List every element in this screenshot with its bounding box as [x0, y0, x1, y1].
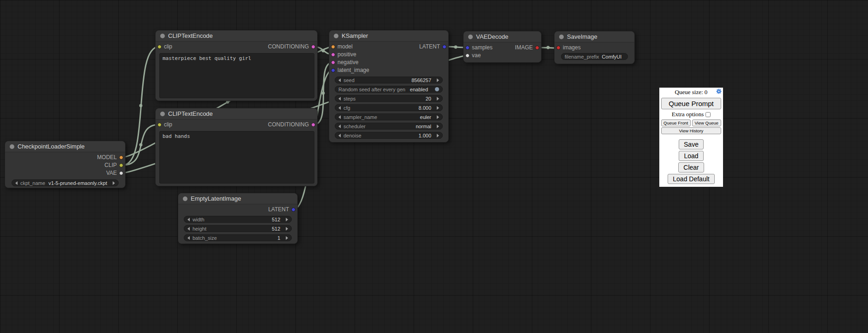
increment-arrow-icon[interactable] [113, 181, 115, 185]
node-clip-text-encode-negative[interactable]: CLIPTextEncode clip CONDITIONING bad han… [155, 108, 318, 186]
widget-label: scheduler [344, 124, 366, 129]
collapse-dot-icon[interactable] [10, 144, 14, 149]
height-widget[interactable]: height 512 [184, 225, 292, 232]
decrement-arrow-icon[interactable] [338, 134, 341, 137]
link-midpoint-dot [454, 46, 458, 49]
images-input-dot[interactable] [556, 46, 561, 50]
clip-output-dot[interactable] [119, 163, 123, 167]
slot-row: samples IMAGE [464, 44, 541, 52]
widget-label: width [193, 217, 205, 222]
decrement-arrow-icon[interactable] [187, 236, 190, 240]
queue-prompt-button[interactable]: Queue Prompt [661, 98, 721, 109]
node-title-bar[interactable]: VAEDecode [464, 31, 541, 42]
positive-prompt-textarea[interactable]: masterpiece best quality girl [159, 53, 314, 98]
view-queue-button[interactable]: View Queue [692, 119, 722, 126]
collapse-dot-icon[interactable] [160, 112, 165, 116]
negative-input-dot[interactable] [331, 60, 335, 65]
clear-button[interactable]: Clear [678, 162, 704, 172]
latent-image-input-dot[interactable] [331, 68, 335, 72]
collapse-dot-icon[interactable] [559, 35, 564, 39]
node-clip-text-encode-positive[interactable]: CLIPTextEncode clip CONDITIONING masterp… [155, 30, 318, 101]
view-history-button[interactable]: View History [661, 127, 721, 134]
increment-arrow-icon[interactable] [437, 115, 439, 119]
increment-arrow-icon[interactable] [437, 134, 439, 137]
node-title-bar[interactable]: CLIPTextEncode [156, 30, 317, 42]
save-button[interactable]: Save [679, 139, 704, 149]
settings-gear-icon[interactable] [716, 89, 722, 94]
node-title-bar[interactable]: CLIPTextEncode [156, 108, 317, 119]
collapse-dot-icon[interactable] [183, 196, 187, 201]
widget-value: v1-5-pruned-emaonly.ckpt [48, 180, 110, 186]
model-output-dot[interactable] [119, 155, 123, 160]
slot-row: LATENT [178, 206, 297, 214]
graph-canvas[interactable]: CheckpointLoaderSimple MODEL CLIP VAE ck… [0, 0, 868, 333]
steps-widget[interactable]: steps 20 [335, 95, 443, 102]
widget-label: ckpt_name [20, 180, 45, 186]
increment-arrow-icon[interactable] [437, 78, 439, 82]
widget-value: 1.000 [418, 133, 434, 138]
increment-arrow-icon[interactable] [286, 218, 288, 221]
conditioning-output-label: CONDITIONING [268, 43, 309, 51]
seed-widget[interactable]: seed 8566257 [335, 77, 443, 83]
vae-input-dot[interactable] [465, 54, 470, 58]
node-vae-decode[interactable]: VAEDecode samples IMAGE vae [463, 31, 542, 63]
denoise-widget[interactable]: denoise 1.000 [335, 132, 443, 139]
random-seed-toggle-widget[interactable]: Random seed after every gen enabled [335, 86, 443, 93]
decrement-arrow-icon[interactable] [338, 106, 341, 110]
slot-row: CLIP [5, 161, 125, 169]
clip-input-dot[interactable] [157, 45, 162, 49]
queue-front-button[interactable]: Queue Front [661, 119, 691, 126]
slot-row: MODEL [5, 154, 125, 161]
collapse-dot-icon[interactable] [160, 34, 165, 38]
widget-label: Random seed after every gen [338, 87, 405, 92]
node-title-bar[interactable]: EmptyLatentImage [178, 193, 297, 204]
node-save-image[interactable]: SaveImage images filename_prefix ComfyUI [554, 31, 635, 64]
collapse-dot-icon[interactable] [334, 34, 338, 38]
filename-prefix-widget[interactable]: filename_prefix ComfyUI [561, 53, 628, 60]
decrement-arrow-icon[interactable] [187, 218, 190, 221]
scheduler-widget[interactable]: scheduler normal [335, 123, 443, 130]
queue-buttons-row: Queue Front View Queue [661, 119, 721, 126]
extra-options-checkbox[interactable] [705, 112, 711, 117]
conditioning-output-dot[interactable] [311, 123, 315, 127]
decrement-arrow-icon[interactable] [187, 227, 190, 231]
decrement-arrow-icon[interactable] [338, 78, 341, 82]
widget-label: cfg [344, 105, 350, 111]
decrement-arrow-icon[interactable] [15, 181, 18, 185]
increment-arrow-icon[interactable] [437, 125, 439, 128]
vae-output-dot[interactable] [119, 171, 123, 175]
slot-row: positive [329, 51, 448, 59]
toggle-on-dot-icon[interactable] [435, 87, 439, 91]
width-widget[interactable]: width 512 [184, 216, 292, 223]
increment-arrow-icon[interactable] [437, 106, 439, 110]
samples-input-dot[interactable] [465, 46, 470, 50]
ckpt-name-widget[interactable]: ckpt_name v1-5-pruned-emaonly.ckpt [12, 179, 119, 186]
negative-prompt-textarea[interactable]: bad hands [159, 131, 314, 184]
clip-input-dot[interactable] [157, 123, 162, 127]
increment-arrow-icon[interactable] [286, 236, 288, 240]
node-title-bar[interactable]: CheckpointLoaderSimple [5, 141, 125, 152]
model-input-dot[interactable] [331, 45, 335, 49]
load-default-button[interactable]: Load Default [668, 174, 714, 184]
widget-label: sampler_name [344, 114, 377, 120]
increment-arrow-icon[interactable] [437, 97, 439, 101]
cfg-widget[interactable]: cfg 8.000 [335, 104, 443, 111]
conditioning-output-dot[interactable] [311, 45, 315, 49]
increment-arrow-icon[interactable] [286, 227, 288, 231]
node-ksampler[interactable]: KSampler model LATENT positive negative … [329, 30, 449, 143]
image-output-dot[interactable] [535, 46, 539, 50]
latent-output-dot[interactable] [291, 208, 295, 212]
decrement-arrow-icon[interactable] [338, 125, 341, 128]
node-title-bar[interactable]: KSampler [329, 30, 448, 42]
decrement-arrow-icon[interactable] [338, 115, 341, 119]
positive-input-dot[interactable] [331, 53, 335, 57]
decrement-arrow-icon[interactable] [338, 97, 341, 101]
latent-output-dot[interactable] [442, 45, 446, 49]
node-checkpoint-loader-simple[interactable]: CheckpointLoaderSimple MODEL CLIP VAE ck… [5, 141, 126, 188]
batch-size-widget[interactable]: batch_size 1 [184, 234, 292, 241]
load-button[interactable]: Load [679, 151, 703, 161]
node-empty-latent-image[interactable]: EmptyLatentImage LATENT width 512 height… [178, 193, 298, 244]
node-title-bar[interactable]: SaveImage [555, 31, 634, 42]
collapse-dot-icon[interactable] [468, 35, 473, 39]
sampler-name-widget[interactable]: sampler_name euler [335, 113, 443, 120]
